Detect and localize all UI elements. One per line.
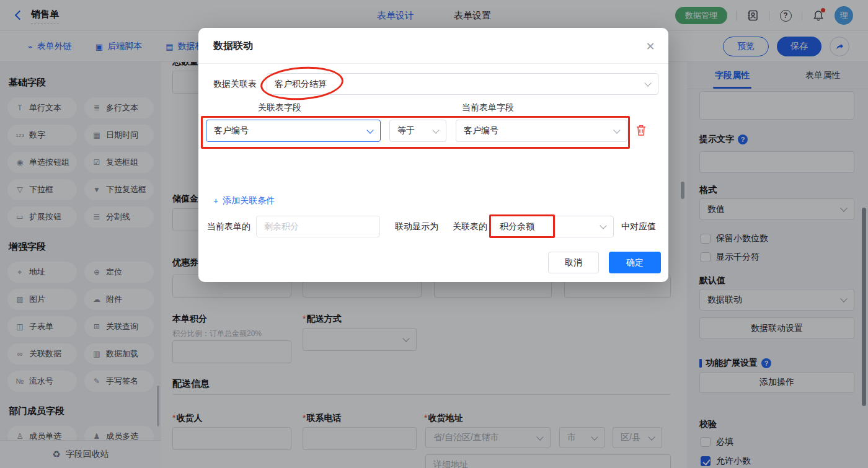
plus-icon: + bbox=[213, 196, 218, 206]
column-header-form-field: 当前表单字段 bbox=[462, 102, 514, 113]
close-icon[interactable]: ✕ bbox=[642, 38, 658, 55]
mapping-rel-label: 关联表的 bbox=[453, 221, 487, 232]
link-table-select[interactable]: 客户积分结算 bbox=[267, 73, 658, 95]
condition-linked-field-select[interactable]: 客户编号 bbox=[206, 120, 381, 142]
chevron-down-icon bbox=[644, 79, 651, 86]
data-linkage-modal: 数据联动 ✕ 数据关联表 客户积分结算 关联表字段 当前表单字段 客户编号 等于… bbox=[198, 28, 668, 282]
column-header-linked-field: 关联表字段 bbox=[258, 102, 301, 113]
link-table-label: 数据关联表 bbox=[213, 79, 257, 90]
add-condition-link[interactable]: + 添加关联条件 bbox=[213, 195, 275, 206]
app-window: 销售单 表单设计 表单设置 数据管理 ? bbox=[0, 0, 868, 468]
add-condition-label: 添加关联条件 bbox=[223, 195, 275, 206]
cancel-button[interactable]: 取消 bbox=[548, 252, 599, 273]
modal-title: 数据联动 bbox=[213, 40, 253, 53]
chevron-down-icon bbox=[613, 126, 620, 133]
modal-header-divider bbox=[198, 63, 668, 64]
mapping-source-select[interactable]: 积分余额 bbox=[492, 216, 614, 237]
mapping-target-field: 剩余积分 bbox=[256, 216, 380, 237]
chevron-down-icon bbox=[432, 126, 439, 133]
mapping-prefix-label: 当前表单的 bbox=[207, 221, 250, 232]
condition-form-field-select[interactable]: 客户编号 bbox=[456, 120, 627, 142]
chevron-down-icon bbox=[600, 222, 606, 229]
mapping-middle-label: 联动显示为 bbox=[395, 221, 438, 232]
chevron-down-icon bbox=[366, 126, 373, 133]
mapping-suffix-label: 中对应值 bbox=[621, 221, 656, 232]
confirm-button[interactable]: 确定 bbox=[609, 252, 661, 273]
condition-operator-select[interactable]: 等于 bbox=[389, 120, 446, 142]
delete-condition-icon[interactable] bbox=[636, 124, 647, 136]
